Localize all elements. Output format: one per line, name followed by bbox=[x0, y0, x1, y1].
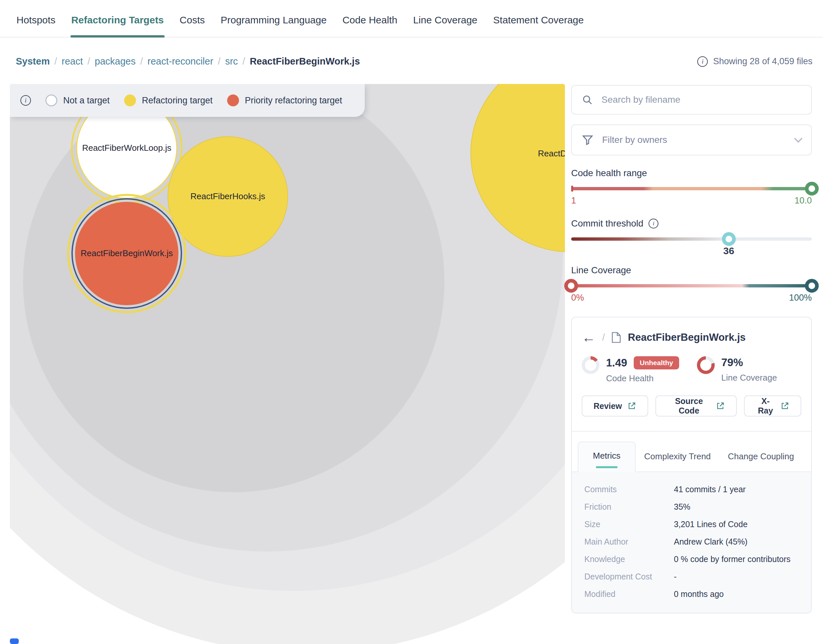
metric-value: Andrew Clark (45%) bbox=[674, 537, 748, 547]
tab-code-health[interactable]: Code Health bbox=[342, 14, 398, 37]
search-icon bbox=[582, 94, 593, 105]
metric-value: 35% bbox=[674, 502, 690, 512]
legend-label: Not a target bbox=[63, 95, 110, 106]
legend-item-refactoring-target: Refactoring target bbox=[124, 95, 213, 106]
active-tab-underline bbox=[596, 466, 618, 468]
commit-threshold-handle[interactable] bbox=[722, 232, 736, 246]
source-code-button[interactable]: Source Code bbox=[656, 396, 737, 417]
tab-change-coupling[interactable]: Change Coupling bbox=[719, 443, 803, 471]
metric-row-commits: Commits 41 commits / 1 year bbox=[572, 481, 811, 498]
tab-hotspots[interactable]: Hotspots bbox=[16, 14, 56, 37]
tab-metrics-label: Metrics bbox=[593, 451, 621, 461]
not-a-target-swatch-icon bbox=[46, 95, 57, 106]
metric-label: Size bbox=[584, 520, 674, 529]
search-box[interactable] bbox=[571, 85, 812, 115]
legend-info-icon[interactable]: i bbox=[20, 95, 31, 106]
breadcrumb-src[interactable]: src bbox=[225, 56, 238, 67]
line-coverage-min-handle[interactable] bbox=[564, 279, 578, 293]
review-button[interactable]: Review bbox=[582, 396, 648, 417]
chevron-down-icon bbox=[794, 134, 802, 143]
code-health-range-section: Code health range 1 10.0 bbox=[571, 168, 812, 206]
back-arrow-button[interactable]: ← bbox=[582, 331, 596, 344]
metric-value: - bbox=[674, 572, 676, 581]
source-code-button-label: Source Code bbox=[667, 396, 710, 416]
files-shown-text: Showing 28 of 4,059 files bbox=[713, 56, 812, 66]
filter-funnel-icon bbox=[582, 134, 593, 146]
code-health-donut-icon bbox=[582, 356, 599, 374]
metric-value: 0 % code by former contributors bbox=[674, 554, 791, 564]
breadcrumb-separator: / bbox=[140, 56, 143, 67]
blue-partial-button[interactable] bbox=[10, 638, 19, 644]
breadcrumb-system[interactable]: System bbox=[16, 56, 50, 67]
code-health-range-slider[interactable] bbox=[571, 187, 812, 190]
owners-filter-dropdown[interactable]: Filter by owners bbox=[571, 124, 812, 155]
code-health-stat: 1.49 Unhealthy Code Health bbox=[582, 356, 697, 383]
metric-value: 0 months ago bbox=[674, 589, 724, 599]
metric-value: 3,201 Lines of Code bbox=[674, 520, 748, 529]
line-coverage-filter-label: Line Coverage bbox=[571, 265, 812, 276]
review-button-label: Review bbox=[593, 401, 622, 411]
commit-threshold-label: Commit threshold bbox=[571, 218, 643, 229]
line-coverage-stat: 79% Line Coverage bbox=[697, 356, 777, 383]
commit-threshold-fill bbox=[571, 238, 729, 241]
line-coverage-max-value: 100% bbox=[789, 293, 812, 303]
legend-item-priority-refactoring-target: Priority refactoring target bbox=[227, 95, 342, 106]
legend-label: Refactoring target bbox=[142, 95, 213, 106]
code-health-max-handle[interactable] bbox=[805, 182, 819, 196]
tab-costs[interactable]: Costs bbox=[179, 14, 206, 37]
metric-label: Friction bbox=[584, 502, 674, 512]
commit-threshold-value: 36 bbox=[723, 245, 734, 256]
circle-packing-visualization: ReactDO ReactFiberWorkLoop.js ReactFiber… bbox=[10, 84, 565, 644]
refactoring-targets-page: Hotspots Refactoring Targets Costs Progr… bbox=[0, 0, 823, 644]
commit-threshold-info-icon[interactable]: i bbox=[648, 219, 658, 228]
tab-complexity-trend[interactable]: Complexity Trend bbox=[636, 443, 719, 471]
line-coverage-filter-section: Line Coverage 0% 100% bbox=[571, 265, 812, 303]
legend-label: Priority refactoring target bbox=[245, 95, 342, 106]
external-link-icon bbox=[780, 401, 789, 411]
metric-label: Development Cost bbox=[584, 572, 674, 581]
priority-refactoring-target-swatch-icon bbox=[227, 95, 239, 106]
tab-statement-coverage[interactable]: Statement Coverage bbox=[492, 14, 584, 37]
tab-refactoring-targets[interactable]: Refactoring Targets bbox=[70, 14, 164, 37]
line-coverage-slider[interactable] bbox=[571, 284, 812, 287]
metric-label: Commits bbox=[584, 485, 674, 494]
file-card-tabs: Metrics Complexity Trend Change Coupling bbox=[572, 432, 811, 471]
breadcrumb-packages[interactable]: packages bbox=[95, 56, 136, 67]
file-circle-beginwork-label: ReactFiberBeginWork.js bbox=[81, 248, 173, 258]
file-circle-hooks-label: ReactFiberHooks.js bbox=[191, 191, 265, 201]
metric-value: 41 commits / 1 year bbox=[674, 485, 746, 494]
file-circle-reactdom-label: ReactDO bbox=[538, 149, 565, 158]
tab-metrics[interactable]: Metrics bbox=[578, 442, 636, 472]
breadcrumb-react-reconciler[interactable]: react-reconciler bbox=[147, 56, 213, 67]
xray-button[interactable]: X-Ray bbox=[744, 396, 801, 417]
line-coverage-value: 79% bbox=[721, 356, 743, 369]
owners-filter-label: Filter by owners bbox=[602, 135, 787, 145]
file-icon bbox=[612, 331, 621, 343]
metric-label: Modified bbox=[584, 589, 674, 599]
code-health-max-value: 10.0 bbox=[794, 196, 812, 206]
legend-bar: i Not a target Refactoring target Priori… bbox=[10, 84, 365, 117]
code-health-stat-label: Code Health bbox=[606, 373, 679, 383]
breadcrumb-row: System / react / packages / react-reconc… bbox=[16, 56, 812, 67]
refactoring-target-swatch-icon bbox=[124, 95, 136, 106]
metric-row-friction: Friction 35% bbox=[572, 498, 811, 515]
breadcrumb-current-file: ReactFiberBeginWork.js bbox=[250, 56, 360, 67]
commit-threshold-slider[interactable] bbox=[571, 238, 812, 241]
external-link-icon bbox=[716, 401, 725, 411]
breadcrumb-react[interactable]: react bbox=[61, 56, 83, 67]
metric-row-main-author: Main Author Andrew Clark (45%) bbox=[572, 533, 811, 550]
file-detail-card: ← / ReactFiberBeginWork.js 1.49 Unhealth… bbox=[571, 317, 812, 613]
legend-item-not-a-target: Not a target bbox=[46, 95, 110, 106]
top-nav: Hotspots Refactoring Targets Costs Progr… bbox=[0, 0, 823, 38]
search-input[interactable] bbox=[601, 95, 772, 105]
tab-line-coverage[interactable]: Line Coverage bbox=[412, 14, 478, 37]
code-health-min-handle[interactable] bbox=[571, 186, 573, 192]
breadcrumb-separator: / bbox=[243, 56, 245, 67]
info-icon[interactable]: i bbox=[697, 56, 708, 67]
code-health-range-label: Code health range bbox=[571, 168, 812, 178]
line-coverage-max-handle[interactable] bbox=[805, 279, 819, 293]
tab-programming-language[interactable]: Programming Language bbox=[220, 14, 327, 37]
metric-row-size: Size 3,201 Lines of Code bbox=[572, 515, 811, 533]
code-health-value: 1.49 bbox=[606, 357, 627, 369]
line-coverage-stat-label: Line Coverage bbox=[721, 373, 777, 383]
